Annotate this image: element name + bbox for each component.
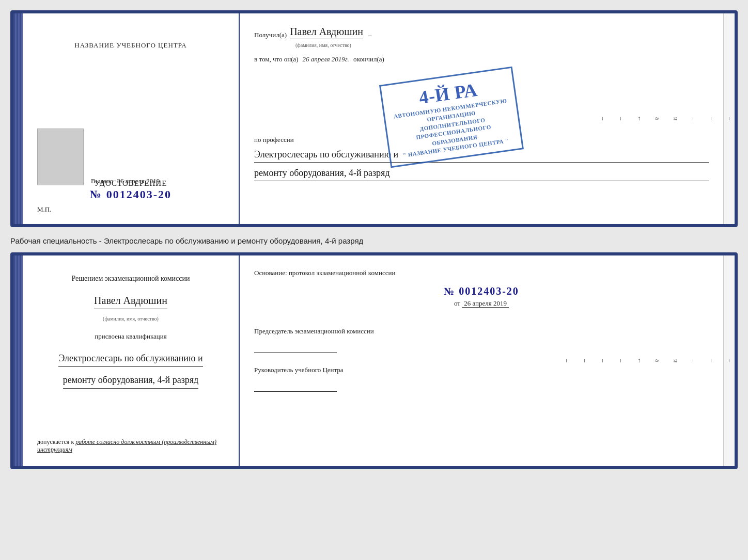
- osnovanie-label: Основание: протокол экзаменационной коми…: [254, 268, 709, 278]
- komissia-title: Решением экзаменационной комиссии: [71, 273, 190, 284]
- bottom-right-page: Основание: протокол экзаменационной коми…: [240, 255, 723, 466]
- vydano-date: 26 апреля 2019: [115, 177, 162, 185]
- prisvoena-label: присвоена квалификация: [95, 332, 166, 341]
- dopuskaetsya-section: допускается к работе согласно должностны…: [37, 438, 224, 454]
- recipient-name: Павел Авдюшин: [290, 26, 363, 39]
- bottom-person-name: Павел Авдюшин: [94, 295, 167, 309]
- right-edge-annotations-bottom: – – – и а ← – – – –: [723, 255, 735, 466]
- recipient-line: Получил(а) Павел Авдюшин –: [254, 26, 709, 39]
- vydano-label: Выдано: [91, 177, 113, 185]
- between-text: Рабочая специальность - Электрослесарь п…: [10, 232, 738, 247]
- dopusk-label: допускается к: [37, 438, 74, 445]
- center-title: НАЗВАНИЕ УЧЕБНОГО ЦЕНТРА: [37, 41, 224, 50]
- predsedatel-signature-line: [254, 340, 337, 353]
- vtom-line: в том, что он(а) 26 апреля 2019г. окончи…: [254, 55, 709, 63]
- bottom-document: Решением экзаменационной комиссии Павел …: [10, 252, 738, 469]
- predsedatel-section: Председатель экзаменационной комиссии: [254, 326, 709, 353]
- rukovoditel-label: Руководитель учебного Центра: [254, 365, 709, 375]
- left-spine: [13, 13, 23, 224]
- left-spine-bottom: [13, 255, 23, 466]
- vtom-label: в том, что он(а): [254, 55, 299, 63]
- fio-caption-bottom: (фамилия, имя, отчество): [103, 316, 159, 322]
- predsedatel-label: Председатель экзаменационной комиссии: [254, 326, 709, 337]
- bottom-left-page: Решением экзаменационной комиссии Павел …: [23, 255, 240, 466]
- top-document: НАЗВАНИЕ УЧЕБНОГО ЦЕНТРА УДОСТОВЕРЕНИЕ №…: [10, 10, 738, 227]
- rukovoditel-signature-line: [254, 379, 337, 392]
- fio-caption-top: (фамилия, имя, отчество): [295, 42, 709, 48]
- top-left-page: НАЗВАНИЕ УЧЕБНОГО ЦЕНТРА УДОСТОВЕРЕНИЕ №…: [23, 13, 240, 224]
- ot-date-section: от 26 апреля 2019: [254, 299, 709, 308]
- page-wrapper: НАЗВАНИЕ УЧЕБНОГО ЦЕНТРА УДОСТОВЕРЕНИЕ №…: [10, 10, 738, 469]
- ot-label: от: [454, 299, 460, 307]
- right-edge-annotations: – – – и а ← – –: [723, 13, 735, 224]
- kvalif-line2: ремонту оборудования, 4-й разряд: [63, 372, 199, 389]
- ot-date: 26 апреля 2019: [462, 299, 509, 308]
- okonchil-label: окончил(а): [353, 55, 384, 63]
- protocol-number: № 0012403-20: [254, 285, 709, 297]
- rukovoditel-section: Руководитель учебного Центра: [254, 365, 709, 392]
- top-right-page: Получил(а) Павел Авдюшин – (фамилия, имя…: [240, 13, 723, 224]
- udost-number: № 0012403-20: [90, 188, 172, 201]
- poluchil-label: Получил(а): [254, 31, 287, 39]
- mp-label: М.П.: [37, 205, 51, 214]
- photo-placeholder: [37, 129, 84, 185]
- profession-line2: ремонту оборудования, 4-й разряд: [254, 166, 709, 181]
- kvalif-line1: Электрослесарь по обслуживанию и: [58, 350, 202, 367]
- vtom-date: 26 апреля 2019г.: [303, 55, 349, 63]
